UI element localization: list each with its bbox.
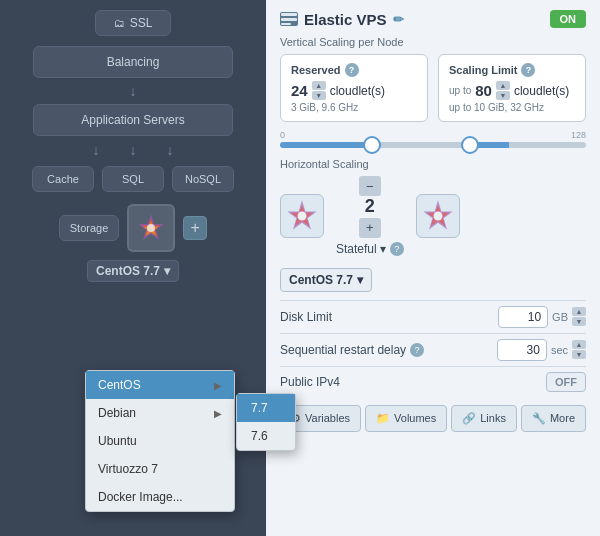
slider-min: 0 [280, 130, 285, 140]
dropdown-debian-arrow: ▶ [214, 408, 222, 419]
disk-up[interactable]: ▲ [572, 307, 586, 316]
arrows-three-row: ↓ ↓ ↓ [93, 142, 174, 158]
centos-select-text: CentOS 7.7 [289, 273, 353, 287]
centos-node-icon[interactable] [127, 204, 175, 252]
more-button[interactable]: 🔧 More [521, 405, 586, 432]
dropdown-centos-label: CentOS [98, 378, 141, 392]
centos-icon-right2 [416, 194, 460, 238]
left-panel: 🗂 SSL Balancing ↓ Application Servers ↓ … [0, 0, 266, 536]
dropdown-ubuntu[interactable]: Ubuntu [86, 427, 234, 455]
seq-restart-unit: sec [551, 344, 568, 356]
reserved-up[interactable]: ▲ [312, 81, 326, 90]
scaling-limit-title-row: Scaling Limit ? [449, 63, 575, 77]
centos-version-badge[interactable]: CentOS 7.7 ▾ [87, 260, 179, 282]
centos-76[interactable]: 7.6 [237, 422, 295, 450]
storage-block[interactable]: Storage [59, 215, 120, 241]
disk-limit-unit: GB [552, 311, 568, 323]
seq-stepper: ▲ ▼ [572, 340, 586, 359]
arrow-center: ↓ [130, 142, 137, 158]
storage-label: Storage [70, 222, 109, 234]
centos-submenu: 7.7 7.6 [236, 393, 296, 451]
seq-restart-label-row: Sequential restart delay ? [280, 343, 424, 357]
slider-labels: 0 128 [280, 130, 586, 140]
app-servers-block[interactable]: Application Servers [33, 104, 233, 136]
seq-restart-help[interactable]: ? [410, 343, 424, 357]
disk-limit-row: Disk Limit GB ▲ ▼ [280, 300, 586, 333]
seq-down[interactable]: ▼ [572, 350, 586, 359]
scaling-down[interactable]: ▼ [496, 91, 510, 100]
h-count-plus[interactable]: + [359, 218, 381, 238]
svg-rect-6 [281, 23, 291, 25]
slider-max: 128 [571, 130, 586, 140]
bottom-bar: ⚙ Variables 📁 Volumes 🔗 Links 🔧 More [280, 405, 586, 432]
slider-track[interactable] [280, 142, 586, 148]
balancing-block[interactable]: Balancing [33, 46, 233, 78]
public-ipv4-toggle[interactable]: OFF [546, 372, 586, 392]
more-label: More [550, 412, 575, 424]
centos-version-text: CentOS 7.7 [96, 264, 160, 278]
dropdown-virtuozzo[interactable]: Virtuozzo 7 [86, 455, 234, 483]
reserved-box: Reserved ? 24 ▲ ▼ cloudlet(s) 3 GiB, 9.6… [280, 54, 428, 122]
slider-thumb-left[interactable] [363, 136, 381, 154]
cache-sql-nosql-row: Cache SQL NoSQL [32, 166, 234, 192]
disk-down[interactable]: ▼ [572, 317, 586, 326]
stateful-label: Stateful [336, 242, 377, 256]
h-count-control: − 2 + [359, 176, 381, 238]
scaling-stepper: ▲ ▼ [496, 81, 510, 100]
reserved-label: Reserved [291, 64, 341, 76]
ssl-button[interactable]: 🗂 SSL [95, 10, 172, 36]
on-toggle[interactable]: ON [550, 10, 587, 28]
links-icon: 🔗 [462, 412, 476, 425]
seq-restart-input[interactable] [497, 339, 547, 361]
centos-version-row: CentOS 7.7 ▾ [87, 260, 179, 282]
centos-77[interactable]: 7.7 [237, 394, 295, 422]
disk-limit-value-row: GB ▲ ▼ [498, 306, 586, 328]
svg-rect-4 [281, 13, 297, 16]
dropdown-debian[interactable]: Debian ▶ [86, 399, 234, 427]
dropdown-docker-label: Docker Image... [98, 490, 183, 504]
slider-thumb-right[interactable] [461, 136, 479, 154]
reserved-title-row: Reserved ? [291, 63, 417, 77]
scaling-help-icon[interactable]: ? [521, 63, 535, 77]
reserved-sub: 3 GiB, 9.6 GHz [291, 102, 417, 113]
horizontal-scaling-title: Horizontal Scaling [280, 158, 586, 170]
edit-icon[interactable]: ✏ [393, 12, 404, 27]
reserved-down[interactable]: ▼ [312, 91, 326, 100]
scaling-up[interactable]: ▲ [496, 81, 510, 90]
add-icon: + [191, 219, 200, 237]
add-node-button[interactable]: + [183, 216, 207, 240]
links-button[interactable]: 🔗 Links [451, 405, 517, 432]
dropdown-docker[interactable]: Docker Image... [86, 483, 234, 511]
storage-row: Storage + [59, 204, 208, 252]
sql-label: SQL [122, 173, 144, 185]
svg-rect-5 [281, 18, 297, 21]
centos-star-svg [135, 212, 167, 244]
dropdown-centos[interactable]: CentOS ▶ 7.7 7.6 [86, 371, 234, 399]
svg-point-9 [298, 211, 307, 220]
sql-block[interactable]: SQL [102, 166, 164, 192]
cache-block[interactable]: Cache [32, 166, 94, 192]
public-ipv4-value: OFF [555, 376, 577, 388]
h-count-minus[interactable]: − [359, 176, 381, 196]
stateful-help-icon[interactable]: ? [390, 242, 404, 256]
elastic-title-text: Elastic VPS [304, 11, 387, 28]
nosql-label: NoSQL [185, 173, 221, 185]
stateful-dropdown[interactable]: Stateful ▾ [336, 242, 386, 256]
variables-label: Variables [305, 412, 350, 424]
links-label: Links [480, 412, 506, 424]
cache-label: Cache [47, 173, 79, 185]
volumes-label: Volumes [394, 412, 436, 424]
disk-limit-input[interactable] [498, 306, 548, 328]
centos-version-select[interactable]: CentOS 7.7 ▾ [280, 268, 372, 292]
volumes-button[interactable]: 📁 Volumes [365, 405, 447, 432]
dropdown-virtuozzo-label: Virtuozzo 7 [98, 462, 158, 476]
more-icon: 🔧 [532, 412, 546, 425]
seq-up[interactable]: ▲ [572, 340, 586, 349]
nosql-block[interactable]: NoSQL [172, 166, 234, 192]
reserved-help-icon[interactable]: ? [345, 63, 359, 77]
dropdown-centos-arrow: ▶ [214, 380, 222, 391]
reserved-value: 24 [291, 82, 308, 99]
centos-select-arrow: ▾ [357, 273, 363, 287]
centos-horiz-svg2 [420, 198, 456, 234]
horizontal-scaling-section: Horizontal Scaling − 2 + Stateful [280, 158, 586, 256]
